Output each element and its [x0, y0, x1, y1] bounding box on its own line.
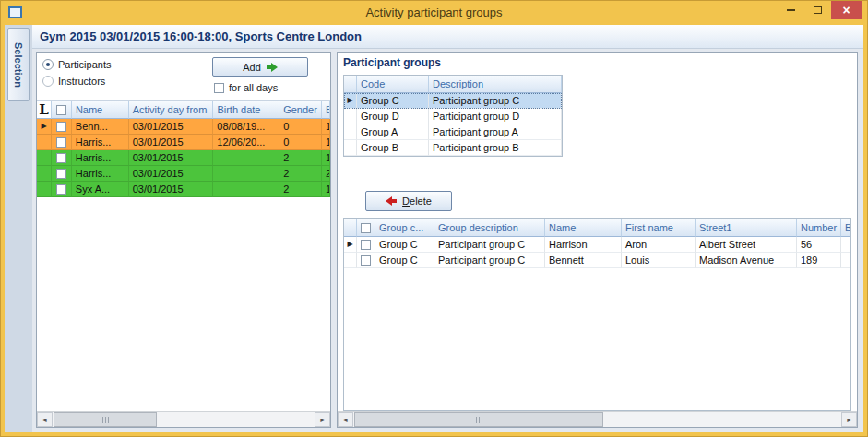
column-header-box[interactable]: Bo — [841, 219, 850, 237]
cell-member-first-name: Aron — [622, 237, 696, 253]
cell-member-group-description: Participant group C — [434, 253, 545, 268]
member-row-checkbox[interactable] — [361, 240, 371, 250]
participants-radio-icon[interactable] — [42, 59, 54, 70]
table-row[interactable]: Harris... 03/01/2015 12/06/20... 0 1 — [37, 135, 330, 150]
group-row[interactable]: Group B Participant group B — [344, 140, 562, 156]
row-checkbox[interactable] — [56, 169, 66, 179]
left-h-scrollbar[interactable]: ◄ ► — [37, 411, 330, 427]
row-checkbox[interactable] — [56, 137, 66, 148]
scroll-right-icon: ► — [846, 417, 852, 423]
participants-radio-label: Participants — [58, 59, 111, 70]
member-row[interactable]: ▶ Group C Participant group C Harrison A… — [344, 237, 850, 253]
instructors-radio-icon[interactable] — [42, 76, 54, 87]
cell-group-code: Group A — [357, 124, 429, 140]
cell-extra: 1 — [322, 135, 330, 150]
group-row[interactable]: Group A Participant group A — [344, 124, 562, 140]
panels: Participants Instructors Add — [32, 49, 863, 432]
groups-grid: Code Description ▶ Group C Participant g… — [343, 75, 563, 157]
table-row[interactable]: Harris... 03/01/2015 2 2 — [37, 166, 330, 182]
scroll-left-button[interactable]: ◄ — [338, 412, 353, 427]
column-header-extra[interactable]: B — [322, 101, 330, 119]
add-button-label: Add — [243, 62, 261, 73]
member-row-checkbox[interactable] — [361, 255, 371, 266]
column-header-street1[interactable]: Street1 — [696, 219, 797, 237]
row-checkbox[interactable] — [56, 184, 66, 195]
cell-member-box — [841, 237, 850, 253]
scroll-right-button[interactable]: ► — [315, 412, 330, 427]
members-grid-header: Group c... Group description Name First … — [344, 219, 850, 237]
right-h-scrollbar[interactable]: ◄ ► — [338, 411, 857, 427]
add-button[interactable]: Add — [212, 57, 308, 77]
cell-birth-date — [213, 182, 279, 197]
window-title: Activity participant groups — [1, 1, 867, 25]
cell-gender: 0 — [279, 135, 322, 150]
h-scrollbar-track[interactable] — [53, 412, 315, 427]
cell-member-number: 56 — [797, 237, 841, 253]
delete-button[interactable]: Delete — [365, 191, 452, 211]
h-scrollbar-thumb[interactable] — [354, 412, 603, 427]
cell-member-street1: Madison Avenue — [696, 253, 797, 268]
column-header-name[interactable]: Name — [72, 101, 129, 119]
group-row[interactable]: Group D Participant group D — [344, 109, 562, 124]
cell-name: Syx A... — [72, 182, 129, 197]
cell-birth-date — [213, 166, 279, 182]
maximize-icon — [814, 6, 822, 14]
column-header-group-code[interactable]: Group c... — [375, 219, 434, 237]
members-select-all-checkbox[interactable] — [361, 223, 371, 233]
cell-group-description: Participant group C — [429, 93, 562, 109]
activity-participant-groups-window: Activity participant groups × Selection … — [0, 0, 868, 437]
table-row[interactable]: Harris... 03/01/2015 2 1 — [37, 150, 330, 166]
column-header-gender[interactable]: Gender — [279, 101, 322, 119]
maximize-button[interactable] — [804, 1, 831, 19]
participants-grid-header: L Name Activity day from Birth date Gend… — [37, 101, 330, 119]
instructors-radio[interactable]: Instructors — [42, 76, 105, 87]
members-select-all-header[interactable] — [357, 219, 375, 237]
cell-birth-date: 12/06/20... — [213, 135, 279, 150]
cell-birth-date: 08/08/19... — [213, 119, 279, 135]
tab-selection[interactable]: Selection — [7, 28, 30, 101]
cell-name: Harris... — [72, 150, 129, 166]
column-header-activity-day-from[interactable]: Activity day from — [129, 101, 214, 119]
cell-member-number: 189 — [797, 253, 841, 268]
scroll-left-icon: ◄ — [42, 417, 48, 423]
cell-extra: 1 — [322, 119, 330, 135]
member-row[interactable]: Group C Participant group C Bennett Loui… — [344, 253, 850, 268]
participants-panel: Participants Instructors Add — [36, 52, 331, 428]
cell-name: Harris... — [72, 166, 129, 182]
scroll-left-button[interactable]: ◄ — [37, 412, 53, 427]
cell-gender: 2 — [279, 150, 322, 166]
table-row[interactable]: ▶ Benn... 03/01/2015 08/08/19... 0 1 — [37, 119, 330, 135]
cell-group-description: Participant group B — [429, 140, 562, 156]
row-checkbox[interactable] — [56, 153, 66, 163]
minimize-button[interactable] — [778, 1, 804, 19]
select-all-column-header[interactable] — [52, 101, 72, 119]
cell-member-name: Bennett — [545, 253, 622, 268]
group-row[interactable]: ▶ Group C Participant group C — [344, 93, 562, 109]
participants-radio[interactable]: Participants — [42, 59, 111, 70]
for-all-days-checkbox[interactable] — [214, 83, 224, 93]
cell-member-street1: Albert Street — [696, 237, 797, 253]
column-header-birth-date[interactable]: Birth date — [213, 101, 279, 119]
table-row[interactable]: Syx A... 03/01/2015 2 1 — [37, 182, 330, 197]
scroll-right-button[interactable]: ► — [841, 412, 857, 427]
cell-group-code: Group C — [357, 93, 429, 109]
h-scrollbar-thumb[interactable] — [54, 412, 157, 427]
side-tab-strip: Selection — [5, 25, 32, 432]
row-checkbox[interactable] — [56, 122, 66, 132]
tab-selection-label: Selection — [13, 42, 24, 88]
cell-member-name: Harrison — [545, 237, 622, 253]
column-header-code[interactable]: Code — [357, 76, 429, 93]
group-members-grid: Group c... Group description Name First … — [343, 218, 851, 411]
h-scrollbar-track[interactable] — [353, 412, 841, 427]
cell-gender: 2 — [279, 182, 322, 197]
column-header-member-name[interactable]: Name — [545, 219, 622, 237]
cell-member-box — [841, 253, 850, 268]
column-header-first-name[interactable]: First name — [622, 219, 696, 237]
cell-day-from: 03/01/2015 — [129, 182, 214, 197]
column-header-group-description[interactable]: Group description — [434, 219, 545, 237]
column-header-number[interactable]: Number — [797, 219, 841, 237]
close-button[interactable]: × — [831, 1, 862, 19]
column-header-description[interactable]: Description — [429, 76, 562, 93]
select-all-checkbox[interactable] — [56, 105, 66, 115]
cell-day-from: 03/01/2015 — [129, 166, 214, 182]
